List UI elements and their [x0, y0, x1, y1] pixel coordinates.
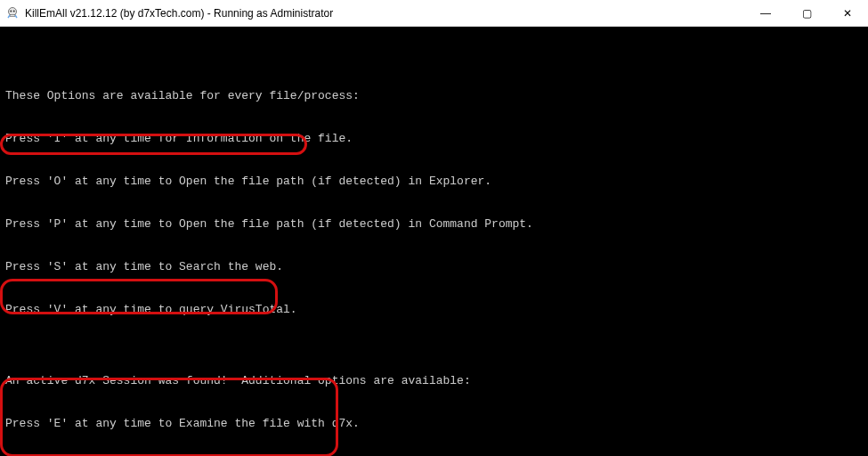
- terminal-line: These Options are available for every fi…: [5, 89, 863, 103]
- maximize-button[interactable]: ▢: [786, 0, 827, 27]
- terminal-line: Press 'I' at any time for Information on…: [5, 132, 863, 146]
- minimize-button[interactable]: —: [745, 0, 786, 27]
- svg-point-2: [13, 10, 15, 12]
- svg-rect-3: [10, 14, 15, 16]
- terminal-line: Press 'V' at any time to query VirusTota…: [5, 303, 863, 317]
- window-titlebar: KillEmAll v21.12.12 (by d7xTech.com) - R…: [0, 0, 868, 27]
- terminal-line: Press 'S' at any time to Search the web.: [5, 260, 863, 274]
- terminal-line: Press 'P' at any time to Open the file p…: [5, 217, 863, 232]
- terminal-line: Press 'O' at any time to Open the file p…: [5, 175, 863, 189]
- killemall-icon: [5, 6, 20, 20]
- close-button[interactable]: ✕: [827, 0, 868, 27]
- svg-point-0: [9, 7, 17, 15]
- terminal-output[interactable]: These Options are available for every fi…: [0, 27, 868, 456]
- terminal-line: Press 'E' at any time to Examine the fil…: [5, 417, 863, 431]
- terminal-line: An active d7x Session was found! Additio…: [5, 374, 863, 388]
- window-title: KillEmAll v21.12.12 (by d7xTech.com) - R…: [25, 7, 333, 20]
- svg-point-1: [10, 10, 12, 12]
